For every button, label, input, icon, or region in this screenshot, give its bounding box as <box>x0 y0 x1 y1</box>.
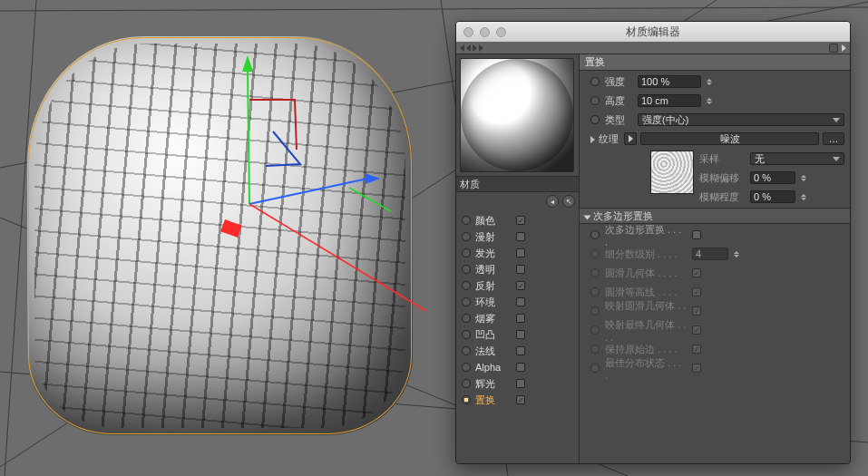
texture-thumbnail[interactable] <box>650 151 694 194</box>
blur-offset-label: 模糊偏移 <box>699 171 745 185</box>
channel-radio[interactable] <box>462 216 471 225</box>
titlebar[interactable]: 材质编辑器 <box>456 22 850 42</box>
channel-checkbox[interactable] <box>516 330 525 339</box>
history-back-icon[interactable] <box>460 44 464 52</box>
subpoly-row: 圆滑等高线 . . . . <box>590 284 844 300</box>
subpoly-label: 最佳分布状态 . . . . <box>605 356 687 381</box>
channel-diffuse[interactable]: 漫射 <box>456 228 579 245</box>
channel-checkbox[interactable] <box>516 265 525 274</box>
history-back2-icon[interactable] <box>466 44 471 52</box>
channel-checkbox[interactable] <box>516 281 525 290</box>
subpoly-row: 圆滑几何体 . . . . <box>590 265 844 281</box>
blur-offset-field[interactable]: 0 % <box>750 171 795 184</box>
prev-material-icon[interactable]: ◂ <box>546 195 559 208</box>
height-field[interactable]: 10 cm <box>638 94 701 107</box>
channel-normal[interactable]: 法线 <box>456 343 579 359</box>
channel-radio[interactable] <box>462 379 471 388</box>
history-fwd2-icon[interactable] <box>479 44 483 52</box>
channel-reflect[interactable]: 反射 <box>456 277 579 294</box>
subpoly-label: 圆滑几何体 . . . . <box>605 267 687 280</box>
blur-scale-field[interactable]: 0 % <box>750 190 795 203</box>
channel-radio[interactable] <box>462 265 471 274</box>
texture-label: 纹理 <box>599 132 620 146</box>
subpoly-checkbox <box>692 364 701 373</box>
param-radio[interactable] <box>590 77 600 86</box>
subpoly-checkbox <box>692 345 701 354</box>
sample-select[interactable]: 无 <box>750 152 844 165</box>
channel-radio[interactable] <box>462 248 471 257</box>
subpoly-checkbox <box>692 268 701 277</box>
channel-checkbox[interactable] <box>516 232 525 241</box>
texture-menu-button[interactable] <box>624 132 637 145</box>
channel-glow[interactable]: 辉光 <box>456 375 579 392</box>
subpoly-row: 最佳分布状态 . . . . <box>590 360 844 376</box>
channel-lumin[interactable]: 发光 <box>456 245 579 261</box>
channel-radio[interactable] <box>462 281 471 290</box>
param-radio[interactable] <box>590 96 600 105</box>
sample-label: 采样 <box>699 152 745 166</box>
channel-radio[interactable] <box>462 232 471 241</box>
disclosure-icon[interactable] <box>590 136 595 143</box>
channel-checkbox[interactable] <box>516 346 525 355</box>
subpoly-row: 映射最终几何体 . . . . <box>590 322 844 338</box>
subpoly-checkbox <box>692 287 701 296</box>
type-select[interactable]: 强度(中心) <box>638 113 844 126</box>
channel-checkbox[interactable] <box>516 379 525 388</box>
channel-checkbox[interactable] <box>516 395 525 404</box>
channel-checkbox[interactable] <box>516 216 525 225</box>
channel-color[interactable]: 颜色 <box>456 212 579 228</box>
channel-list: 颜色漫射发光透明反射环境烟雾凹凸法线Alpha辉光置换 <box>456 210 579 463</box>
channel-checkbox[interactable] <box>516 297 525 306</box>
param-radio <box>590 249 600 258</box>
param-radio <box>590 287 600 296</box>
strength-label: 强度 <box>605 75 632 89</box>
channel-radio[interactable] <box>462 363 471 372</box>
channel-alpha[interactable]: Alpha <box>456 359 579 375</box>
blur-offset-spinner[interactable] <box>801 175 810 181</box>
menu-dropdown-icon[interactable] <box>842 44 846 52</box>
material-name-field[interactable]: 材质 <box>456 176 579 192</box>
channel-radio[interactable] <box>462 346 471 355</box>
subpoly-checkbox[interactable] <box>692 230 701 239</box>
channel-displace[interactable]: 置换 <box>456 392 579 408</box>
channel-env[interactable]: 环境 <box>456 294 579 310</box>
param-radio[interactable] <box>590 115 600 124</box>
property-pane: 置换 强度 100 % 高度 10 cm <box>580 54 850 463</box>
subpoly-checkbox <box>692 325 701 335</box>
subpoly-label: 映射最终几何体 . . . . <box>605 318 687 343</box>
channel-label: 辉光 <box>475 377 512 391</box>
blur-scale-spinner[interactable] <box>801 194 810 200</box>
channel-radio[interactable] <box>462 314 471 323</box>
channel-radio[interactable] <box>462 330 471 339</box>
lock-icon[interactable] <box>829 44 838 53</box>
channel-checkbox[interactable] <box>516 314 525 323</box>
displaced-cube-object[interactable] <box>27 36 413 435</box>
blur-scale-label: 模糊程度 <box>699 190 745 204</box>
channel-label: 置换 <box>475 393 512 407</box>
channel-fog[interactable]: 烟雾 <box>456 310 579 326</box>
channel-radio[interactable] <box>462 297 471 306</box>
material-preview[interactable] <box>460 58 574 172</box>
channel-bump[interactable]: 凹凸 <box>456 326 579 343</box>
history-fwd-icon[interactable] <box>473 44 477 52</box>
height-spinner[interactable] <box>707 98 716 104</box>
channel-radio[interactable] <box>462 395 471 404</box>
strength-spinner[interactable] <box>707 79 716 85</box>
channel-transp[interactable]: 透明 <box>456 261 579 277</box>
param-radio[interactable] <box>590 230 600 239</box>
subpoly-checkbox <box>692 306 701 316</box>
subpoly-label: 次多边形置换 . . . . <box>605 223 687 248</box>
channel-label: 透明 <box>475 263 512 277</box>
texture-browse-button[interactable]: … <box>823 132 844 145</box>
pick-material-icon[interactable]: ↖ <box>562 195 575 208</box>
subpoly-row: 映射圆滑几何体 . . . . <box>590 303 844 319</box>
subpoly-row: 次多边形置换 . . . . <box>590 227 844 243</box>
channel-checkbox[interactable] <box>516 248 525 257</box>
subpoly-row: 保持原始边 . . . . <box>590 341 844 357</box>
param-radio <box>590 325 600 335</box>
subpoly-section-header[interactable]: 次多边形置换 <box>580 208 850 224</box>
texture-shader-button[interactable]: 噪波 <box>640 132 819 145</box>
svg-line-0 <box>0 7 868 11</box>
strength-field[interactable]: 100 % <box>638 75 701 88</box>
channel-checkbox[interactable] <box>516 363 525 372</box>
